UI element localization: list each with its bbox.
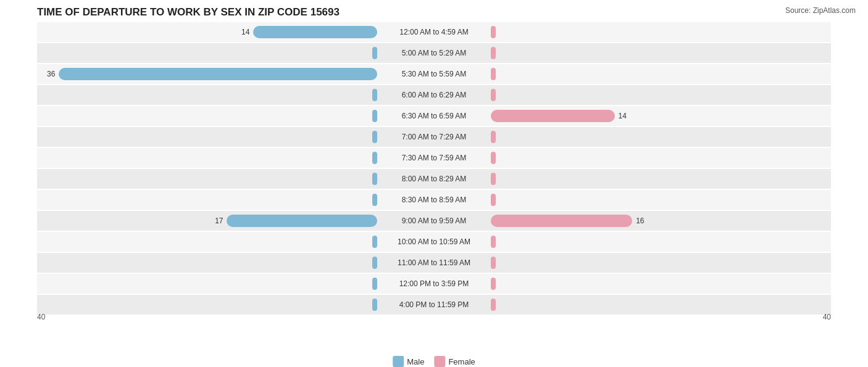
male-bar <box>372 278 377 290</box>
female-bar <box>491 47 496 59</box>
male-side <box>37 89 378 101</box>
male-side <box>37 47 378 59</box>
female-bar <box>491 26 496 38</box>
male-bar <box>372 131 377 143</box>
female-bar <box>491 110 615 122</box>
male-value: 17 <box>215 216 223 225</box>
female-bar <box>491 278 496 290</box>
chart-row: 6:30 AM to 6:59 AM14 <box>37 106 831 126</box>
male-bar <box>372 89 377 101</box>
legend-male-label: Male <box>407 357 424 366</box>
legend-female: Female <box>434 356 475 367</box>
time-label: 7:00 AM to 7:29 AM <box>378 133 490 141</box>
female-side <box>490 68 831 80</box>
female-bar <box>491 173 496 185</box>
female-side <box>490 47 831 59</box>
male-bar <box>372 299 377 311</box>
time-label: 10:00 AM to 10:59 AM <box>378 237 490 246</box>
male-side <box>37 278 378 290</box>
male-side <box>37 299 378 311</box>
male-bar <box>372 236 377 248</box>
female-side: 16 <box>490 215 831 227</box>
time-label: 12:00 PM to 3:59 PM <box>378 279 490 288</box>
female-bar <box>491 236 496 248</box>
legend-male: Male <box>393 356 424 367</box>
chart-row: 4:00 PM to 11:59 PM <box>37 295 831 315</box>
male-bar <box>372 47 377 59</box>
female-side <box>490 257 831 269</box>
female-bar <box>491 68 496 80</box>
time-label: 7:30 AM to 7:59 AM <box>378 154 490 162</box>
male-side <box>37 173 378 185</box>
female-side <box>490 89 831 101</box>
female-bar <box>491 257 496 269</box>
legend-female-label: Female <box>448 357 475 366</box>
time-label: 4:00 PM to 11:59 PM <box>378 300 490 309</box>
female-side: 14 <box>490 110 831 122</box>
chart-row: 6:00 AM to 6:29 AM <box>37 85 831 105</box>
female-side <box>490 236 831 248</box>
female-side <box>490 299 831 311</box>
female-bar <box>491 215 632 227</box>
male-side: 36 <box>37 68 378 80</box>
female-side <box>490 194 831 206</box>
chart-row: 12:00 PM to 3:59 PM <box>37 274 831 294</box>
x-axis-right: 40 <box>823 313 831 321</box>
male-bar <box>372 257 377 269</box>
time-label: 11:00 AM to 11:59 AM <box>378 258 490 267</box>
male-bar <box>372 173 377 185</box>
time-label: 8:30 AM to 8:59 AM <box>378 196 490 204</box>
male-side: 14 <box>37 26 378 38</box>
female-side <box>490 173 831 185</box>
x-axis: 40 40 <box>37 313 831 321</box>
time-label: 6:00 AM to 6:29 AM <box>378 91 490 99</box>
male-bar <box>227 215 377 227</box>
male-side <box>37 110 378 122</box>
female-side <box>490 152 831 164</box>
chart-row: 8:30 AM to 8:59 AM <box>37 190 831 210</box>
legend-female-box <box>434 356 445 367</box>
chart-container: TIME OF DEPARTURE TO WORK BY SEX IN ZIP … <box>0 0 868 367</box>
male-bar <box>372 110 377 122</box>
male-side <box>37 236 378 248</box>
chart-row: 179:00 AM to 9:59 AM16 <box>37 211 831 231</box>
male-side <box>37 131 378 143</box>
time-label: 6:30 AM to 6:59 AM <box>378 112 490 120</box>
male-side <box>37 152 378 164</box>
female-value: 16 <box>636 216 644 225</box>
chart-row: 11:00 AM to 11:59 AM <box>37 253 831 273</box>
female-bar <box>491 299 496 311</box>
rows-container: 1412:00 AM to 4:59 AM5:00 AM to 5:29 AM3… <box>37 22 831 303</box>
male-value: 36 <box>47 70 55 78</box>
female-side <box>490 131 831 143</box>
female-bar <box>491 152 496 164</box>
time-label: 9:00 AM to 9:59 AM <box>378 216 490 225</box>
chart-row: 7:00 AM to 7:29 AM <box>37 127 831 147</box>
time-label: 5:00 AM to 5:29 AM <box>378 49 490 57</box>
male-bar <box>253 26 377 38</box>
chart-row: 7:30 AM to 7:59 AM <box>37 148 831 168</box>
chart-title: TIME OF DEPARTURE TO WORK BY SEX IN ZIP … <box>12 6 856 19</box>
female-bar <box>491 131 496 143</box>
chart-row: 365:30 AM to 5:59 AM <box>37 64 831 84</box>
female-bar <box>491 194 496 206</box>
female-value: 14 <box>619 112 627 120</box>
chart-area: 1412:00 AM to 4:59 AM5:00 AM to 5:29 AM3… <box>12 22 856 321</box>
male-side: 17 <box>37 215 378 227</box>
time-label: 5:30 AM to 5:59 AM <box>378 70 490 78</box>
chart-row: 8:00 AM to 8:29 AM <box>37 169 831 189</box>
male-value: 14 <box>241 28 249 36</box>
chart-row: 1412:00 AM to 4:59 AM <box>37 22 831 42</box>
time-label: 8:00 AM to 8:29 AM <box>378 175 490 183</box>
chart-row: 10:00 AM to 10:59 AM <box>37 232 831 252</box>
male-bar <box>372 152 377 164</box>
time-label: 12:00 AM to 4:59 AM <box>378 28 490 36</box>
male-side <box>37 194 378 206</box>
male-bar <box>372 194 377 206</box>
female-side <box>490 26 831 38</box>
female-bar <box>491 89 496 101</box>
male-bar <box>59 68 377 80</box>
female-side <box>490 278 831 290</box>
chart-legend: Male Female <box>393 356 475 367</box>
x-axis-left: 40 <box>37 313 45 321</box>
